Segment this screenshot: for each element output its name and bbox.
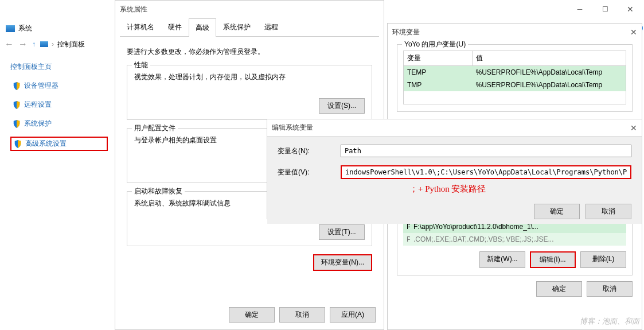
sidebar-heading: 控制面板主页 — [10, 62, 108, 72]
system-icon-small — [40, 41, 48, 47]
group-label: YoYo 的用户变量(U) — [402, 40, 468, 49]
shield-icon — [13, 101, 21, 109]
ok-button[interactable]: 确定 — [534, 204, 580, 219]
delete-button[interactable]: 删除(L) — [580, 251, 626, 268]
sidebar-item-label: 系统保护 — [24, 119, 52, 129]
close-icon[interactable]: ✕ — [630, 123, 637, 133]
performance-settings-button[interactable]: 设置(S)... — [319, 98, 365, 114]
titlebar: 编辑系统变量 ✕ — [267, 119, 642, 137]
control-panel-window: 系统 ← → ↑ › 控制面板 控制面板主页 设备管理器 远程设置 系统保护 高… — [0, 20, 115, 330]
sidebar-item-system-protection[interactable]: 系统保护 — [10, 118, 108, 130]
variable-value-input[interactable] — [341, 165, 631, 179]
environment-variables-button[interactable]: 环境变量(N)... — [313, 254, 372, 271]
up-arrow-icon[interactable]: ↑ — [32, 40, 36, 48]
shield-icon — [13, 120, 21, 128]
performance-description: 视觉效果，处理器计划，内存使用，以及虚拟内存 — [134, 72, 365, 82]
table-row[interactable]: TMP%USERPROFILE%\AppData\Local\Temp — [404, 79, 626, 91]
col-value[interactable]: 值 — [473, 51, 626, 66]
user-variables-group: YoYo 的用户变量(U) 变量值 TEMP%USERPROFILE%\AppD… — [397, 44, 633, 112]
group-label: 启动和故障恢复 — [132, 187, 185, 196]
variable-value-row: 变量值(V): — [278, 165, 631, 179]
tab-system-protection[interactable]: 系统保护 — [216, 18, 257, 36]
breadcrumb-text: 控制面板 — [57, 40, 85, 49]
sidebar-item-label: 高级系统设置 — [25, 139, 67, 149]
sidebar-item-advanced-settings[interactable]: 高级系统设置 — [10, 137, 108, 151]
window-title: 编辑系统变量 — [272, 123, 313, 133]
admin-note: 要进行大多数更改，你必须作为管理员登录。 — [127, 47, 372, 57]
titlebar: 环境变量 ✕ — [388, 24, 642, 41]
explorer-nav: ← → ↑ › 控制面板 — [0, 37, 115, 52]
close-icon[interactable]: ✕ — [630, 28, 637, 37]
edit-button[interactable]: 编辑(I)... — [530, 251, 576, 268]
group-label: 用户配置文件 — [132, 123, 178, 133]
table-row[interactable]: PATHEXT.COM;.EXE;.BAT;.CMD;.VBS;.VBE;.JS… — [403, 233, 626, 246]
ok-button[interactable]: 确定 — [536, 281, 582, 297]
variable-value-label: 变量值(V): — [278, 168, 341, 177]
shield-icon — [13, 82, 21, 90]
variable-name-label: 变量名(N): — [278, 146, 341, 156]
tabs: 计算机名 硬件 高级 系统保护 远程 — [120, 18, 379, 37]
variable-name-row: 变量名(N): — [278, 145, 631, 157]
address-bar[interactable]: › 控制面板 — [40, 40, 85, 49]
window-title: 环境变量 — [392, 28, 420, 37]
maximize-button[interactable]: ☐ — [592, 1, 618, 17]
close-button[interactable]: ✕ — [618, 1, 643, 17]
sidebar-item-label: 远程设置 — [24, 100, 52, 110]
minimize-button[interactable]: ─ — [567, 1, 592, 17]
titlebar: 系统属性 — [115, 1, 384, 18]
cancel-button[interactable]: 取消 — [279, 307, 325, 323]
performance-group: 性能 视觉效果，处理器计划，内存使用，以及虚拟内存 设置(S)... — [127, 65, 372, 120]
edit-system-variable-dialog: 编辑系统变量 ✕ 变量名(N): 变量值(V): ；+ Python 安装路径 … — [267, 119, 642, 219]
sidebar-item-remote-settings[interactable]: 远程设置 — [10, 99, 108, 111]
apply-button[interactable]: 应用(A) — [330, 307, 376, 323]
col-variable[interactable]: 变量 — [404, 51, 473, 66]
sidebar-item-device-manager[interactable]: 设备管理器 — [10, 80, 108, 92]
new-button[interactable]: 新建(W)... — [479, 251, 525, 268]
user-variables-table[interactable]: 变量值 TEMP%USERPROFILE%\AppData\Local\Temp… — [403, 51, 626, 104]
annotation-text: ；+ Python 安装路径 — [409, 184, 631, 195]
tab-computer-name[interactable]: 计算机名 — [120, 18, 161, 36]
forward-arrow-icon[interactable]: → — [18, 39, 28, 49]
table-row[interactable]: TEMP%USERPROFILE%\AppData\Local\Temp — [404, 66, 626, 79]
variable-name-input[interactable] — [341, 145, 631, 157]
startup-settings-button[interactable]: 设置(T)... — [319, 224, 365, 240]
cancel-button[interactable]: 取消 — [586, 204, 631, 219]
ok-button[interactable]: 确定 — [229, 307, 275, 323]
window-title: 系统 — [0, 20, 115, 37]
shield-icon — [14, 140, 22, 148]
table-row-empty — [404, 91, 626, 104]
tab-advanced[interactable]: 高级 — [189, 18, 216, 37]
cancel-button[interactable]: 取消 — [587, 281, 633, 297]
group-label: 性能 — [132, 60, 150, 70]
sidebar-item-label: 设备管理器 — [24, 81, 58, 91]
tab-hardware[interactable]: 硬件 — [161, 18, 189, 36]
window-title: 系统属性 — [120, 5, 147, 14]
tab-remote[interactable]: 远程 — [257, 18, 285, 36]
system-icon — [6, 25, 15, 32]
window-title-text: 系统 — [18, 24, 32, 33]
back-arrow-icon[interactable]: ← — [5, 39, 14, 49]
watermark: 博客：泡面、和面 — [580, 316, 639, 327]
